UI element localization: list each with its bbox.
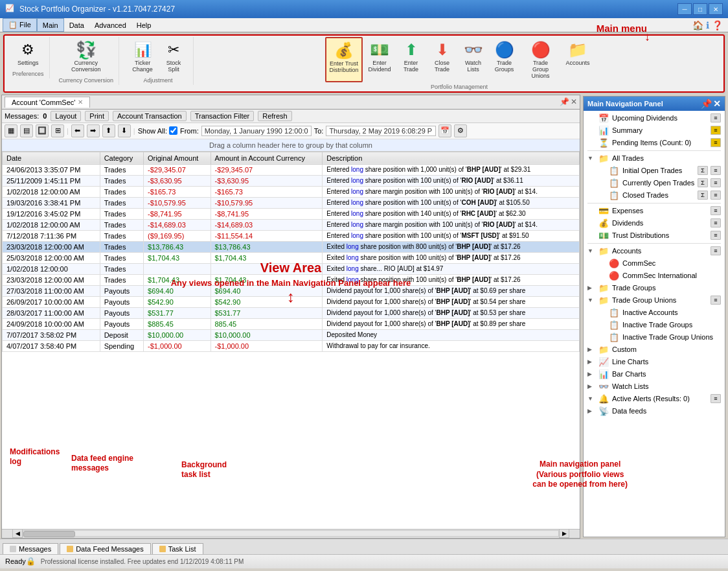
nav-item-active-alerts[interactable]: ▼ 🔔 Active Alerts (Results: 0) ≡ [585, 393, 723, 405]
toolbar-icon-5[interactable]: ⬅ [71, 124, 84, 137]
toolbar-icon-3[interactable]: 🔲 [36, 124, 49, 137]
scroll-right-button[interactable]: ▶ [559, 529, 569, 538]
date-from-input[interactable] [201, 126, 312, 136]
nav-item-summary[interactable]: 📊 Summary ≡ [585, 124, 723, 137]
toolbar-icon-6[interactable]: ➡ [87, 124, 100, 137]
menu-main[interactable]: Main [37, 18, 64, 32]
nav-item-custom[interactable]: ▶ 📁 Custom [585, 344, 723, 356]
nav-item-upcoming-dividends[interactable]: 📅 Upcoming Dividends ≡ [585, 112, 723, 124]
trade-group-unions-button[interactable]: 🔴 Trade GroupUnions [521, 37, 560, 82]
table-row[interactable]: 1/02/2018 12:00:00 AM Trades -$14,689.03… [3, 219, 580, 230]
table-row[interactable]: 1/02/2018 12:00:00 Trades Exited long sh… [3, 263, 580, 274]
refresh-button[interactable]: Refresh [258, 111, 292, 121]
table-row[interactable]: 1/02/2018 12:00:00 AM Trades -$165.73 -$… [3, 186, 580, 197]
toolbar-icon-4[interactable]: ⊞ [51, 124, 64, 137]
nav-item-inactive-trade-groups[interactable]: 📋 Inactive Trade Groups [585, 319, 723, 331]
table-row[interactable]: 25/11/2009 1:45:11 PM Trades -$3,630.95 … [3, 175, 580, 186]
enter-dividend-button[interactable]: 💵 EnterDividend [365, 37, 394, 82]
nav-item-dividends[interactable]: 💰 Dividends ≡ [585, 217, 723, 229]
table-row[interactable]: 24/06/2013 3:35:07 PM Trades -$29,345.07… [3, 164, 580, 175]
data-feed-messages-tab[interactable]: Data Feed Messages [60, 543, 151, 554]
info-icon[interactable]: ℹ [706, 20, 709, 30]
horizontal-scrollbar[interactable]: ◀ ▶ [2, 529, 580, 538]
nav-action-btn[interactable]: ≡ [711, 231, 721, 240]
tab-close-icon[interactable]: ✕ [571, 97, 577, 106]
filter-icon[interactable]: ⚙ [454, 124, 467, 137]
nav-action-btn[interactable]: ≡ [711, 296, 721, 305]
currency-conversion-button[interactable]: 💱 CurrencyConversion [68, 37, 104, 76]
print-button[interactable]: Print [85, 111, 109, 121]
accounts-button[interactable]: 📁 Accounts [563, 37, 593, 82]
table-row[interactable]: 27/03/2018 11:00:00 AM Payouts $694.40 $… [3, 285, 580, 296]
table-row[interactable]: 7/07/2017 3:58:02 PM Deposit $10,000.00 … [3, 329, 580, 340]
commsec-tab-close[interactable]: ✕ [78, 99, 83, 106]
account-transaction-button[interactable]: Account Transaction [113, 111, 187, 121]
menu-help[interactable]: Help [131, 18, 157, 32]
scroll-left-button[interactable]: ◀ [12, 529, 23, 538]
help-icon[interactable]: ❓ [712, 20, 723, 30]
enter-trust-distribution-button[interactable]: 💰 Enter TrustDistribution [325, 37, 362, 82]
commsec-tab[interactable]: Account 'CommSec' ✕ [5, 97, 90, 108]
nav-action-btn[interactable]: ≡ [711, 113, 721, 122]
nav-item-closed-trades[interactable]: 📋 Closed Trades Σ≡ [585, 189, 723, 202]
table-row[interactable]: 4/07/2017 3:58:40 PM Spending -$1,000.00… [3, 340, 580, 351]
menu-advanced[interactable]: Advanced [89, 18, 131, 32]
tab-pin-icon[interactable]: 📌 [560, 97, 569, 106]
table-row[interactable]: 19/03/2016 3:38:41 PM Trades -$10,579.95… [3, 197, 580, 208]
menu-file[interactable]: 📋 File [3, 18, 37, 32]
nav-item-bar-charts[interactable]: ▶ 📊 Bar Charts [585, 368, 723, 380]
stock-split-button[interactable]: ✂ StockSplit [159, 37, 188, 76]
nav-sigma-btn[interactable]: Σ [698, 191, 708, 200]
nav-item-line-charts[interactable]: ▶ 📈 Line Charts [585, 356, 723, 368]
nav-action-btn[interactable]: ≡ [711, 206, 721, 215]
nav-item-initial-open-trades[interactable]: 📋 Initial Open Trades Σ≡ [585, 165, 723, 177]
table-row[interactable]: 25/03/2018 12:00:00 AM Trades $1,704.43 … [3, 252, 580, 263]
nav-item-trade-groups[interactable]: ▶ 📁 Trade Groups [585, 282, 723, 294]
enter-trade-button[interactable]: ⬆ EnterTrade [397, 37, 426, 82]
scroll-thumb[interactable] [23, 531, 75, 537]
nav-list-btn[interactable]: ≡ [711, 166, 721, 175]
date-to-input[interactable] [326, 126, 436, 136]
table-row[interactable]: 28/03/2017 11:00:00 AM Payouts $531.77 $… [3, 307, 580, 318]
date-picker-icon[interactable]: 📅 [438, 124, 451, 137]
table-row[interactable]: 24/09/2018 10:00:00 AM Payouts $885.45 8… [3, 318, 580, 329]
table-row[interactable]: 7/12/2018 7:11:36 PM Trades ($9,169.95) … [3, 230, 580, 241]
table-row[interactable]: 26/09/2017 10:00:00 AM Payouts $542.90 $… [3, 296, 580, 307]
toolbar-icon-2[interactable]: ▤ [20, 124, 33, 137]
messages-tab[interactable]: Messages [3, 543, 58, 554]
nav-item-data-feeds[interactable]: ▶ 📡 Data feeds [585, 405, 723, 417]
nav-action-btn[interactable]: ≡ [711, 218, 721, 227]
task-list-tab[interactable]: Task List [152, 543, 203, 554]
menu-data[interactable]: Data [64, 18, 89, 32]
table-row[interactable]: 23/03/2018 12:00:00 AM Trades $13,786.43… [3, 241, 580, 252]
nav-action-btn[interactable]: ≡ [711, 394, 721, 403]
nav-action-btn[interactable]: ≡ [711, 138, 721, 147]
nav-pin-icon[interactable]: 📌 [701, 99, 712, 109]
nav-close-icon[interactable]: ✕ [713, 99, 721, 109]
home-icon[interactable]: 🏠 [692, 20, 703, 30]
toolbar-icon-1[interactable]: ▦ [5, 124, 17, 137]
nav-list-btn[interactable]: ≡ [711, 178, 721, 187]
nav-sigma-btn[interactable]: Σ [698, 178, 708, 187]
layout-button[interactable]: Layout [51, 111, 81, 121]
nav-sigma-btn[interactable]: Σ [698, 166, 708, 175]
transaction-filter-button[interactable]: Transaction Filter [190, 111, 255, 121]
trade-groups-button[interactable]: 🔵 TradeGroups [490, 37, 519, 82]
nav-item-commsec-intl[interactable]: 🔴 CommSec International [585, 270, 723, 282]
nav-item-all-trades-group[interactable]: ▼ 📁 All Trades [585, 152, 723, 165]
scroll-track[interactable] [23, 530, 559, 537]
table-row[interactable]: 19/12/2016 3:45:02 PM Trades -$8,741.95 … [3, 208, 580, 219]
nav-action-btn[interactable]: ≡ [711, 246, 721, 255]
nav-action-btn[interactable]: ≡ [711, 126, 721, 135]
toolbar-icon-8[interactable]: ⬇ [118, 124, 131, 137]
nav-list-btn[interactable]: ≡ [711, 191, 721, 200]
nav-item-watch-lists[interactable]: ▶ 👓 Watch Lists [585, 380, 723, 393]
nav-item-commsec[interactable]: 🔴 CommSec [585, 257, 723, 270]
watch-lists-button[interactable]: 👓 WatchLists [459, 37, 488, 82]
settings-button[interactable]: ⚙ Settings [14, 37, 42, 69]
nav-item-inactive-accounts[interactable]: 📋 Inactive Accounts [585, 307, 723, 319]
minimize-button[interactable]: ─ [677, 3, 692, 15]
table-row[interactable]: 23/03/2018 12:00:00 AM Trades $1,704.43 … [3, 274, 580, 285]
nav-item-currently-open-trades[interactable]: 📋 Currently Open Trades Σ≡ [585, 177, 723, 189]
maximize-button[interactable]: □ [693, 3, 707, 15]
